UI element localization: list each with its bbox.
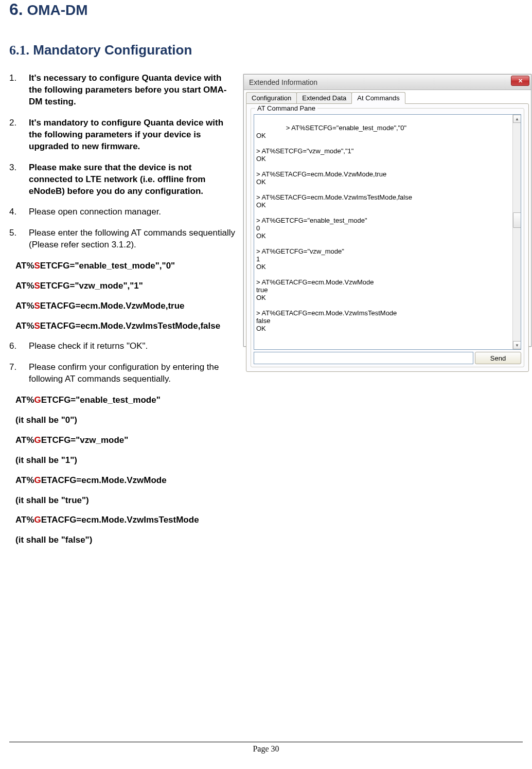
at-get-result-1: (it shall be "0") — [9, 415, 236, 426]
chapter-title: OMA-DM — [27, 2, 87, 18]
scroll-thumb[interactable] — [513, 212, 521, 228]
step-5: 5. Please enter the following AT command… — [9, 227, 236, 251]
at-set-cmd-2: AT%SETCFG="vzw_mode","1" — [9, 280, 236, 292]
step-7: 7. Please confirm your configuration by … — [9, 362, 236, 385]
at-get-result-4: (it shall be "false") — [9, 534, 236, 546]
section-title: Mandatory Configuration — [33, 42, 192, 58]
chapter-heading: 6. OMA-DM — [9, 0, 523, 19]
step-6: 6. Please check if it returns "OK". — [9, 341, 236, 352]
close-button[interactable]: ✕ — [511, 76, 529, 86]
step-3: 3. Please make sure that the device is n… — [9, 162, 236, 198]
send-button[interactable]: Send — [475, 352, 521, 364]
at-command-pane: AT Command Pane > AT%SETCFG="enable_test… — [251, 108, 524, 367]
at-set-cmd-4: AT%SETACFG=ecm.Mode.VzwImsTestMode,false — [9, 320, 236, 332]
at-get-cmd-2: AT%GETCFG="vzw_mode" — [9, 435, 236, 446]
at-pane-label: AT Command Pane — [255, 104, 317, 112]
step-4: 4. Please open connection manager. — [9, 206, 236, 218]
tab-panel: AT Command Pane > AT%SETCFG="enable_test… — [246, 103, 529, 372]
at-set-cmd-3: AT%SETACFG=ecm.Mode.VzwMode,true — [9, 300, 236, 312]
extended-information-window: Extended Information ✕ Configuration Ext… — [243, 74, 531, 347]
tab-at-commands[interactable]: At Commands — [351, 92, 405, 104]
chapter-number: 6. — [9, 0, 23, 19]
at-get-result-2: (it shall be "1") — [9, 455, 236, 467]
at-get-result-3: (it shall be "true") — [9, 495, 236, 507]
at-get-cmd-1: AT%GETCFG="enable_test_mode" — [9, 395, 236, 406]
tab-configuration[interactable]: Configuration — [246, 92, 297, 103]
at-set-cmd-1: AT%SETCFG="enable_test_mode","0" — [9, 260, 236, 272]
at-output-textarea[interactable]: > AT%SETCFG="enable_test_mode","0" OK > … — [254, 114, 521, 350]
instructions-column: 1. It's necessary to configure Quanta de… — [9, 73, 236, 555]
close-icon: ✕ — [518, 78, 523, 84]
step-1: 1. It's necessary to configure Quanta de… — [9, 73, 236, 108]
tab-extended-data[interactable]: Extended Data — [296, 92, 352, 103]
window-title: Extended Information — [249, 78, 317, 86]
at-get-cmd-3: AT%GETACFG=ecm.Mode.VzwMode — [9, 475, 236, 487]
scroll-up-button[interactable]: ▲ — [513, 115, 521, 123]
page-footer: Page 30 — [9, 742, 523, 754]
at-command-input[interactable] — [254, 352, 473, 364]
window-titlebar[interactable]: Extended Information ✕ — [244, 75, 531, 90]
section-number: 6.1. — [9, 43, 29, 58]
at-get-cmd-4: AT%GETACFG=ecm.Mode.VzwImsTestMode — [9, 514, 236, 526]
tab-strip: Configuration Extended Data At Commands — [246, 92, 529, 103]
vertical-scrollbar[interactable]: ▲ ▼ — [512, 115, 521, 349]
scroll-down-button[interactable]: ▼ — [513, 341, 521, 349]
section-heading: 6.1. Mandatory Configuration — [9, 42, 523, 58]
step-2: 2. It's mandatory to configure Quanta de… — [9, 117, 236, 153]
